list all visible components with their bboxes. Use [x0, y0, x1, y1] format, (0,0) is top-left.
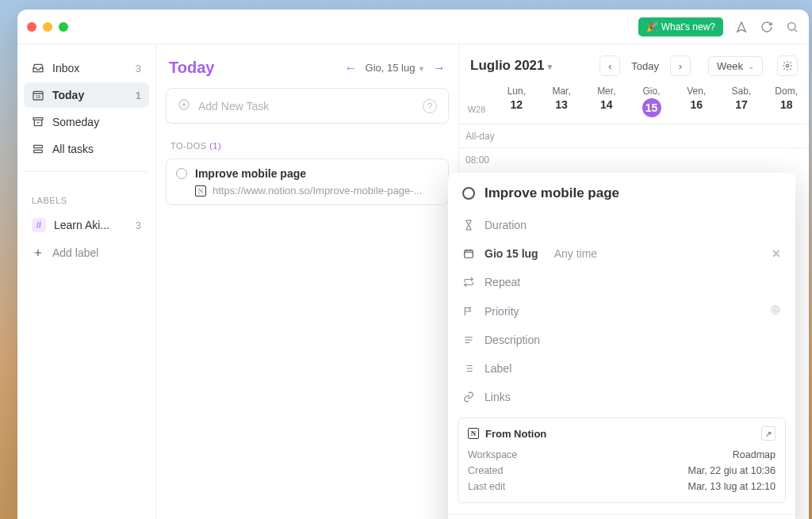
brand-icon[interactable]: [734, 21, 749, 33]
plus-circle-icon: [178, 98, 190, 113]
maximize-icon[interactable]: [59, 22, 68, 32]
view-select[interactable]: Week ⌄: [708, 56, 763, 76]
whats-new-button[interactable]: 🎉 What's new?: [638, 17, 723, 36]
minimize-icon[interactable]: [43, 22, 52, 32]
calendar-settings-button[interactable]: [777, 55, 798, 76]
repeat-icon: [462, 277, 475, 288]
labels-header: LABELS: [32, 196, 141, 205]
calendar-title[interactable]: Luglio 2021▼: [470, 58, 553, 74]
sidebar-item-count: 3: [136, 219, 141, 231]
chevron-down-icon: ⌄: [748, 62, 754, 71]
page-title: Today: [169, 59, 214, 77]
priority-label: Priority: [485, 305, 519, 318]
sidebar-label-item[interactable]: # Learn Aki... 3: [24, 212, 149, 239]
open-external-icon[interactable]: ↗: [761, 426, 776, 441]
day-column[interactable]: Mer,14: [584, 86, 629, 117]
help-icon[interactable]: ?: [423, 99, 437, 113]
links-label: Links: [485, 391, 511, 403]
date-value: Gio 15 lug: [485, 247, 538, 260]
task-title: Improve mobile page: [195, 167, 306, 180]
close-icon[interactable]: [27, 22, 36, 32]
svg-rect-5: [34, 150, 43, 152]
allday-label: All-day: [459, 124, 507, 147]
current-date[interactable]: Gio, 15 lug ▼: [366, 62, 425, 74]
sidebar: Inbox 3 15 Today 1 Someday All t: [17, 44, 156, 519]
notion-head-label: From Notion: [485, 428, 546, 440]
notion-workspace-row: Workspace Roadmap: [468, 447, 776, 463]
day-name: Lun,: [494, 86, 539, 97]
day-column[interactable]: Lun,12: [494, 86, 539, 117]
date-row[interactable]: Gio 15 lug Any time ✕: [448, 239, 795, 268]
calendar-icon: [462, 248, 475, 259]
sidebar-item-label: Someday: [52, 116, 99, 128]
week-number: W28: [459, 86, 494, 117]
prev-week-button[interactable]: ‹: [599, 55, 620, 76]
date-navigator: ← Gio, 15 lug ▼ →: [345, 61, 446, 75]
day-column[interactable]: Dom,18: [764, 86, 809, 117]
time-row: 08:00: [459, 148, 809, 172]
svg-rect-3: [33, 118, 43, 120]
duration-row[interactable]: Duration: [448, 211, 795, 239]
description-label: Description: [485, 334, 540, 346]
next-week-button[interactable]: ›: [670, 55, 691, 76]
notion-icon: N: [195, 185, 206, 197]
task-row: Improve mobile page: [176, 167, 439, 180]
titlebar: 🎉 What's new?: [17, 10, 809, 44]
target-icon[interactable]: [770, 304, 781, 318]
anytime-label: Any time: [554, 247, 597, 260]
notion-head: N From Notion ↗: [468, 426, 776, 441]
label-label: Label: [485, 362, 511, 375]
task-detail-panel: Improve mobile page Duration Gio 15 lug …: [448, 173, 795, 519]
day-number: 12: [494, 98, 539, 111]
svg-text:15: 15: [36, 94, 40, 99]
sidebar-item-alltasks[interactable]: All tasks: [24, 136, 149, 162]
sidebar-item-count: 1: [136, 90, 141, 101]
links-row[interactable]: Links: [448, 383, 795, 411]
sparkle-icon: 🎉: [646, 21, 658, 32]
sidebar-item-label: Learn Aki...: [54, 219, 109, 231]
clear-date-button[interactable]: ✕: [772, 247, 781, 260]
task-url: https://www.notion.so/Improve-mobile-pag…: [213, 185, 422, 197]
task-checkbox[interactable]: [176, 168, 187, 179]
plus-icon: [32, 247, 44, 258]
text-icon: [462, 334, 475, 345]
next-day-button[interactable]: →: [433, 61, 446, 75]
day-number: 15: [642, 98, 661, 117]
task-card[interactable]: Improve mobile page N https://www.notion…: [166, 158, 449, 205]
priority-row[interactable]: Priority: [448, 296, 795, 326]
day-number: 17: [719, 98, 764, 111]
sidebar-item-inbox[interactable]: Inbox 3: [24, 55, 149, 81]
sync-icon[interactable]: [760, 21, 774, 33]
notion-source-box: N From Notion ↗ Workspace Roadmap Create…: [458, 418, 786, 503]
sidebar-item-someday[interactable]: Someday: [24, 109, 149, 135]
sidebar-item-label: All tasks: [52, 143, 94, 155]
day-name: Mar,: [539, 86, 584, 97]
hourglass-icon: [462, 219, 475, 231]
day-column[interactable]: Sab,17: [719, 86, 764, 117]
repeat-row[interactable]: Repeat: [448, 268, 795, 296]
day-number: 13: [539, 98, 584, 111]
window-controls: [27, 22, 68, 32]
divider: [25, 171, 147, 172]
notion-created-row: Created Mar, 22 giu at 10:36: [468, 463, 776, 479]
label-row[interactable]: Label: [448, 354, 795, 383]
day-number: 14: [584, 98, 629, 111]
svg-point-11: [775, 309, 776, 310]
description-row[interactable]: Description: [448, 326, 795, 354]
add-task-input[interactable]: Add New Task ?: [166, 88, 449, 124]
day-column[interactable]: Mar,13: [539, 86, 584, 117]
add-label-button[interactable]: Add label: [24, 240, 149, 265]
days-row: W28 Lun,12Mar,13Mer,14Gio,15Ven,16Sab,17…: [459, 86, 809, 124]
whats-new-label: What's new?: [661, 21, 715, 32]
panel-checkbox[interactable]: [462, 187, 475, 200]
day-column[interactable]: Gio,15: [629, 86, 674, 117]
panel-title[interactable]: Improve mobile page: [485, 185, 619, 201]
today-button[interactable]: Today: [623, 57, 667, 75]
sidebar-item-today[interactable]: 15 Today 1: [24, 82, 149, 108]
titlebar-icons: [734, 21, 799, 33]
search-icon[interactable]: [785, 21, 799, 33]
add-label-text: Add label: [52, 246, 98, 259]
day-column[interactable]: Ven,16: [674, 86, 719, 117]
center-column: Today ← Gio, 15 lug ▼ → Add New Task ? T…: [156, 44, 459, 519]
prev-day-button[interactable]: ←: [345, 61, 358, 75]
